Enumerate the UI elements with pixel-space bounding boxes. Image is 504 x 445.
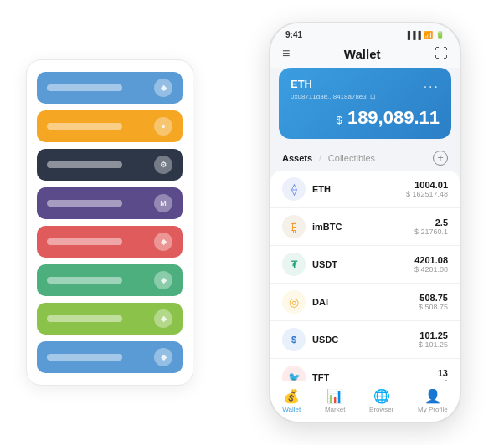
phone: 9:41 ▐▐▐ 📶 🔋 ≡ Wallet ⛶ ETH ... 0x0871	[269, 22, 461, 423]
eth-amount: 1004.01	[406, 180, 448, 190]
card-item-2[interactable]: ●	[37, 110, 183, 142]
market-nav-label: Market	[325, 406, 345, 413]
eth-card[interactable]: ETH ... 0x08711d3e...8418a78e3 ⊡ $ 189,0…	[279, 68, 451, 139]
eth-label: ETH	[291, 78, 312, 90]
card-item-4[interactable]: M	[37, 187, 183, 219]
card-text-1	[47, 84, 122, 91]
card-item-7[interactable]: ◆	[37, 303, 183, 335]
expand-icon[interactable]: ⛶	[435, 46, 448, 61]
tab-collectibles[interactable]: Collectibles	[328, 153, 375, 163]
eth-usd: $ 162517.48	[406, 190, 448, 198]
eth-card-header: ETH ...	[291, 76, 440, 91]
bottom-nav: 💰 Wallet 📊 Market 🌐 Browser 👤 My Profile	[270, 381, 460, 422]
card-icon-5: ◆	[154, 233, 172, 251]
card-item-5[interactable]: ◆	[37, 226, 183, 258]
card-text-6	[47, 277, 122, 284]
asset-name-usdc: USDC	[312, 335, 419, 345]
usdc-usd: $ 101.25	[419, 340, 448, 349]
dai-usd: $ 508.75	[419, 303, 448, 311]
wallet-nav-icon: 💰	[283, 388, 300, 404]
phone-content: ETH ... 0x08711d3e...8418a78e3 ⊡ $ 189,0…	[270, 68, 460, 381]
asset-amounts-usdt: 4201.08 $ 4201.08	[414, 255, 448, 274]
assets-tabs: Assets / Collectibles	[282, 153, 375, 163]
asset-amounts-usdc: 101.25 $ 101.25	[419, 330, 448, 349]
asset-amounts-imbtc: 2.5 $ 21760.1	[414, 217, 448, 236]
card-text-2	[47, 123, 122, 130]
imbtc-usd: $ 21760.1	[414, 228, 448, 236]
eth-balance: $ 189,089.11	[291, 107, 440, 129]
asset-name-eth: ETH	[312, 184, 406, 194]
wifi-icon: 📶	[424, 31, 433, 39]
asset-amounts-tft: 13 0	[438, 368, 448, 381]
usdt-amount: 4201.08	[414, 255, 448, 265]
nav-market[interactable]: 📊 Market	[325, 388, 345, 413]
card-icon-3: ⚙	[154, 156, 172, 174]
card-text-4	[47, 200, 122, 207]
wallet-nav-label: Wallet	[282, 406, 301, 413]
nav-wallet[interactable]: 💰 Wallet	[282, 388, 301, 413]
tft-amount: 13	[438, 368, 448, 378]
usdc-amount: 101.25	[419, 330, 448, 340]
usdc-icon: $	[282, 328, 306, 351]
asset-item-imbtc[interactable]: ₿ imBTC 2.5 $ 21760.1	[270, 208, 460, 246]
scene: ◆ ● ⚙ M ◆ ◆ ◆ ◆	[9, 9, 495, 436]
asset-item-eth[interactable]: ⟠ ETH 1004.01 $ 162517.48	[270, 171, 460, 208]
card-icon-7: ◆	[154, 309, 172, 328]
asset-amounts-eth: 1004.01 $ 162517.48	[406, 180, 448, 198]
nav-profile[interactable]: 👤 My Profile	[418, 388, 448, 413]
eth-address: 0x08711d3e...8418a78e3 ⊡	[291, 93, 440, 100]
asset-list: ⟠ ETH 1004.01 $ 162517.48 ₿ imBTC 2.5 $ …	[270, 171, 460, 381]
imbtc-amount: 2.5	[414, 217, 448, 228]
page-title: Wallet	[344, 47, 381, 61]
phone-header: ≡ Wallet ⛶	[270, 43, 460, 68]
card-icon-1: ◆	[154, 79, 172, 97]
card-item-6[interactable]: ◆	[37, 264, 183, 296]
card-icon-4: M	[154, 194, 172, 212]
copy-icon[interactable]: ⊡	[370, 93, 376, 100]
card-stack: ◆ ● ⚙ M ◆ ◆ ◆ ◆	[26, 59, 193, 386]
tab-assets[interactable]: Assets	[282, 153, 312, 163]
usdt-usd: $ 4201.08	[414, 265, 448, 274]
signal-icon: ▐▐▐	[405, 31, 421, 39]
asset-item-tft[interactable]: 🐦 TFT 13 0	[270, 359, 460, 381]
status-time: 9:41	[285, 30, 302, 39]
battery-icon: 🔋	[435, 31, 445, 39]
tab-separator: /	[319, 154, 321, 163]
asset-item-usdc[interactable]: $ USDC 101.25 $ 101.25	[270, 321, 460, 359]
dai-amount: 508.75	[419, 293, 448, 303]
status-bar: 9:41 ▐▐▐ 📶 🔋	[270, 23, 460, 43]
status-icons: ▐▐▐ 📶 🔋	[405, 31, 445, 39]
card-icon-6: ◆	[154, 271, 172, 289]
dai-icon: ◎	[282, 290, 306, 314]
card-item-1[interactable]: ◆	[37, 72, 183, 104]
card-icon-8: ◆	[154, 348, 172, 366]
asset-amounts-dai: 508.75 $ 508.75	[419, 293, 448, 311]
asset-name-imbtc: imBTC	[312, 222, 414, 232]
asset-item-usdt[interactable]: ₮ USDT 4201.08 $ 4201.08	[270, 246, 460, 284]
imbtc-icon: ₿	[282, 215, 306, 238]
card-text-3	[47, 161, 122, 168]
market-nav-icon: 📊	[327, 388, 343, 404]
tft-icon: 🐦	[282, 366, 306, 381]
usdt-icon: ₮	[282, 253, 306, 276]
card-item-3[interactable]: ⚙	[37, 149, 183, 181]
asset-item-dai[interactable]: ◎ DAI 508.75 $ 508.75	[270, 284, 460, 321]
menu-icon[interactable]: ≡	[282, 46, 290, 61]
asset-name-tft: TFT	[312, 372, 438, 381]
add-asset-button[interactable]: +	[433, 151, 448, 166]
browser-nav-icon: 🌐	[373, 388, 390, 404]
assets-header: Assets / Collectibles +	[270, 147, 460, 171]
card-item-8[interactable]: ◆	[37, 341, 183, 373]
card-text-5	[47, 238, 122, 245]
profile-nav-icon: 👤	[424, 388, 441, 404]
eth-icon: ⟠	[282, 177, 306, 201]
nav-browser[interactable]: 🌐 Browser	[369, 388, 393, 413]
card-text-8	[47, 354, 122, 361]
card-text-7	[47, 315, 122, 322]
profile-nav-label: My Profile	[418, 406, 448, 413]
asset-name-usdt: USDT	[312, 259, 414, 269]
card-icon-2: ●	[154, 117, 172, 136]
asset-name-dai: DAI	[312, 297, 419, 307]
browser-nav-label: Browser	[369, 406, 393, 413]
eth-menu-dots[interactable]: ...	[424, 76, 440, 91]
